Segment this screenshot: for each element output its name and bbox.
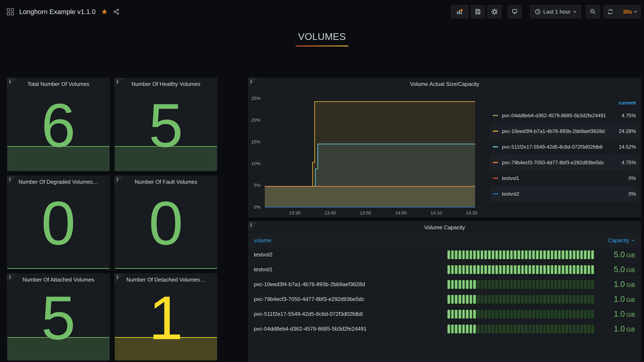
gauge-segment [565,280,568,289]
table-row: pvc-79b4ecf3-7050-4d77-8bf3-e292d93be5dc… [248,292,641,307]
legend-series-name[interactable]: pvc-511f2e17-5549-42d5-8c6d-072f3d02fdb6 [502,144,615,150]
gauge-segment [576,325,579,333]
gauge-segment [447,325,450,333]
gauge-segment [477,250,480,259]
volume-capacity-panel: i Volume Capacity volume Capacity testvo… [248,221,641,362]
legend-series-name[interactable]: testvol1 [502,175,624,181]
legend-row[interactable]: pvc-511f2e17-5549-42d5-8c6d-072f3d02fdb6… [490,139,639,155]
column-header-capacity[interactable]: Capacity [444,237,641,244]
panel-title[interactable]: Volume Actual Size/Capacity [248,81,641,87]
gauge-segment [536,265,539,274]
gauge-segment [540,280,542,289]
capacity-lcd-gauge [447,310,594,319]
gauge-segment [525,250,528,259]
stat-panel-title[interactable]: Number Of Degraded Volumes… [7,179,110,185]
time-series-plot[interactable] [263,97,479,208]
gauge-segment [455,295,458,304]
grafana-dashboard: Longhorn Example v1.1.0 ★ [0,0,644,362]
gauge-segment [447,295,450,304]
gauge-segment [528,310,532,319]
legend-series-dash [493,146,498,147]
legend-series-name[interactable]: pvc-10eed3f4-b7a1-4b76-893b-2bb9aef3628d [502,128,615,134]
legend-value-header[interactable]: current [490,98,639,108]
legend-row[interactable]: pvc-04dd8eb4-d362-4579-8685-5b3d2fe24491… [490,108,639,123]
gauge-segment [528,265,532,274]
gauge-segment [499,265,502,274]
legend-row[interactable]: testvol1 0% [490,170,639,186]
gauge-segment [495,295,498,304]
gauge-segment [488,265,491,274]
gauge-segment [551,310,554,319]
gauge-segment [558,295,561,304]
gauge-segment [576,310,579,319]
time-range-picker[interactable]: Last 1 hour [530,5,581,18]
gauge-segment [502,250,506,259]
capacity-value: 1.0GiB [600,280,635,289]
gauge-segment [480,295,484,304]
gauge-segment [580,310,583,319]
gauge-segment [580,250,583,259]
star-icon[interactable]: ★ [101,8,108,15]
x-axis-tick-label: 13:30 [284,210,305,216]
zoom-out-icon [590,8,596,15]
legend-series-current-value: 0% [628,191,636,197]
legend-series-name[interactable]: pvc-79b4ecf3-7050-4d77-8bf3-e292d93be5dc [502,160,618,166]
share-icon[interactable] [113,8,120,15]
stat-panel-title[interactable]: Number Of Attached Volumes [7,277,110,283]
table-row: testvol1 5.0GiB [248,262,641,277]
refresh-button[interactable] [604,8,617,15]
refresh-icon [607,8,614,15]
gauge-segment [554,295,557,304]
gauge-segment [492,310,494,319]
volume-name-cell: pvc-04dd8eb4-d362-4579-8685-5b3d2fe24491 [248,322,444,336]
legend-series-dash [493,131,498,132]
stat-panel: i Number Of Degraded Volumes… 0 [7,176,110,269]
stat-panel-title[interactable]: Total Number Of Volumes [7,81,110,87]
legend-row[interactable]: pvc-79b4ecf3-7050-4d77-8bf3-e292d93be5dc… [490,155,639,170]
gauge-segment [502,325,506,333]
dashboard-settings-button[interactable] [488,5,502,18]
gauge-segment [506,280,509,289]
cycle-view-mode-button[interactable] [508,5,522,18]
legend-series-name[interactable]: pvc-04dd8eb4-d362-4579-8685-5b3d2fe24491 [502,113,618,119]
gauge-segment [558,310,561,319]
top-nav: Longhorn Example v1.1.0 ★ [0,0,644,23]
volume-name-cell: testvol1 [248,262,444,277]
info-icon: i [116,177,118,182]
capacity-value: 1.0GiB [600,295,635,304]
stat-panel-title[interactable]: Number Of Detached Volumes… [115,277,217,283]
gauge-segment [451,280,454,289]
gauge-segment [514,265,516,274]
gauge-segment [551,295,554,304]
refresh-interval-picker[interactable]: 30s [620,8,640,15]
clock-icon [534,8,541,15]
gauge-segment [514,280,516,289]
add-panel-button[interactable] [451,5,468,18]
gauge-segment [458,325,461,333]
gauge-segment [569,265,572,274]
gauge-segment [518,295,520,304]
gauge-segment [499,250,502,259]
stat-panel-title[interactable]: Number Of Healthy Volumes [115,81,217,87]
legend-series-name[interactable]: testvol2 [502,191,624,197]
gauge-segment [466,250,469,259]
gauge-segment [484,325,487,333]
gauge-segment [551,325,554,333]
column-header-volume[interactable]: volume [248,237,444,244]
legend-row[interactable]: pvc-10eed3f4-b7a1-4b76-893b-2bb9aef3628d… [490,123,639,139]
capacity-cell: 1.0GiB [444,277,641,292]
gauge-segment [484,250,487,259]
y-axis-tick-label: 15% [248,139,260,145]
info-icon: i [9,274,11,280]
panel-title[interactable]: Volume Capacity [248,224,641,231]
zoom-out-time-button[interactable] [586,5,600,18]
legend-row[interactable]: testvol2 0% [490,186,639,202]
gauge-segment [488,325,491,333]
gauge-segment [569,250,572,259]
apps-icon[interactable] [7,8,14,15]
save-dashboard-button[interactable] [471,5,485,18]
legend-series-dash [493,162,498,163]
add-panel-icon [456,8,463,15]
legend-series-current-value: 14.52% [619,144,636,150]
stat-panel-title[interactable]: Number Of Fault Volumes [115,179,217,185]
